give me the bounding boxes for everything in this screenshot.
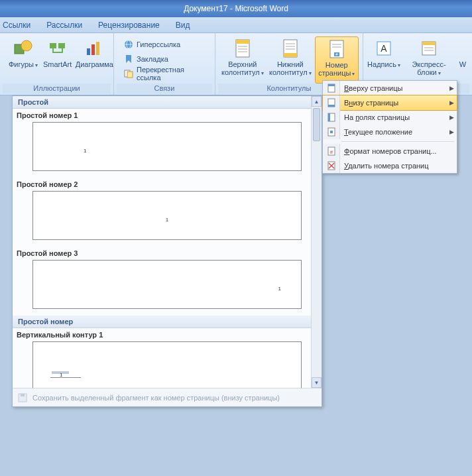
menu-bottom-of-page[interactable]: Внизу страницы ▶ (322, 95, 457, 111)
group-links-label: Связи (117, 84, 212, 93)
hyperlink-button[interactable]: Гиперссылка (121, 38, 211, 51)
shapes-icon (13, 38, 34, 59)
group-links: Гиперссылка Закладка Перекрестная ссылка… (114, 33, 215, 95)
wordart-icon (452, 38, 472, 59)
submenu-arrow-icon: ▶ (449, 99, 454, 106)
bookmark-icon (123, 54, 134, 64)
gallery-item-title: Простой номер 3 (13, 247, 322, 259)
group-illustrations-label: Иллюстрации (3, 84, 111, 93)
svg-rect-38 (328, 113, 330, 121)
svg-rect-2 (50, 43, 56, 48)
pagenumber-icon: # (326, 38, 347, 60)
svg-text:#: # (329, 149, 333, 155)
menu-top-of-page[interactable]: Вверху страницы ▶ (323, 81, 457, 95)
gallery-item-title: Простой номер 2 (13, 178, 322, 190)
menu-current-position[interactable]: Текущее положение ▶ (323, 125, 457, 139)
footer-icon (280, 38, 301, 59)
shapes-label: Фигуры (8, 60, 38, 70)
smartart-label: SmartArt (42, 60, 72, 68)
tab-references[interactable]: Ссылки (3, 21, 30, 30)
window-title: Документ17 - Microsoft Word (184, 4, 288, 13)
submenu-arrow-icon: ▶ (449, 85, 454, 91)
chart-label: Диаграмма (75, 60, 114, 68)
format-icon: # (323, 144, 340, 158)
gallery-item-title: Простой номер 1 (13, 109, 322, 121)
menu-format-numbers[interactable]: # Формат номеров страниц... (323, 144, 457, 158)
pagenumber-button[interactable]: # Номер страницы (315, 36, 359, 84)
header-icon (232, 38, 253, 59)
crossref-button[interactable]: Перекрестная ссылка (121, 67, 211, 80)
bookmark-button[interactable]: Закладка (121, 52, 211, 66)
svg-rect-47 (21, 394, 25, 396)
crossref-icon (123, 68, 134, 79)
hyperlink-icon (123, 39, 134, 50)
scroll-down-icon[interactable]: ▼ (312, 377, 322, 388)
svg-rect-40 (330, 131, 333, 133)
gallery-item-4[interactable]: 1 (32, 341, 302, 388)
wordart-label: W (459, 60, 467, 68)
chart-button[interactable]: Диаграмма (76, 36, 112, 84)
header-button[interactable]: Верхний колонтитул (219, 36, 266, 84)
svg-rect-30 (422, 42, 436, 45)
tab-view[interactable]: Вид (176, 21, 190, 30)
gallery-footer-label: Сохранить выделенный фрагмент как номер … (32, 394, 280, 402)
titlebar: Документ17 - Microsoft Word (0, 0, 472, 17)
footer-button[interactable]: Нижний колонтитул (267, 36, 314, 84)
scroll-thumb[interactable] (313, 108, 320, 141)
svg-rect-11 (127, 72, 133, 78)
pagenumber-gallery: Простой Простой номер 1 1 Простой номер … (12, 95, 322, 407)
shapes-button[interactable]: Фигуры (8, 36, 38, 84)
textbox-button[interactable]: A Надпись (367, 36, 400, 84)
svg-text:A: A (381, 43, 387, 54)
page-bottom-icon (323, 95, 340, 110)
smartart-button[interactable]: SmartArt (42, 36, 72, 84)
svg-rect-18 (284, 53, 297, 57)
gallery-item-1[interactable]: 1 (32, 122, 302, 171)
submenu-arrow-icon: ▶ (449, 114, 454, 121)
quickparts-label: Экспресс-блоки (402, 60, 456, 78)
gallery-item-title: Вертикальный контур 1 (13, 328, 322, 340)
header-label: Верхний колонтитул (219, 60, 266, 78)
svg-rect-34 (328, 84, 335, 86)
tab-review[interactable]: Рецензирование (98, 21, 160, 30)
submenu-arrow-icon: ▶ (449, 129, 454, 135)
quickparts-button[interactable]: Экспресс-блоки (402, 36, 456, 84)
gallery-item-2[interactable]: 1 (32, 191, 302, 240)
gallery-header-simple2: Простой номер (13, 316, 322, 328)
textbox-label: Надпись (367, 60, 401, 70)
footer-label: Нижний колонтитул (267, 60, 314, 78)
bookmark-label: Закладка (137, 55, 168, 63)
page-top-icon (323, 81, 340, 95)
pagenumber-label: Номер страницы (316, 61, 358, 78)
textbox-icon: A (373, 38, 394, 59)
svg-rect-3 (58, 43, 65, 48)
svg-point-1 (21, 40, 32, 51)
svg-rect-4 (87, 48, 90, 55)
pagenumber-menu: Вверху страницы ▶ Внизу страницы ▶ На по… (322, 80, 457, 174)
tab-mailings[interactable]: Рассылки (46, 21, 82, 30)
svg-rect-6 (96, 42, 99, 55)
scroll-up-icon[interactable]: ▲ (312, 96, 322, 107)
svg-rect-36 (328, 105, 335, 107)
svg-rect-13 (236, 40, 249, 44)
gallery-header-simple: Простой (13, 96, 322, 109)
page-current-icon (323, 125, 340, 139)
quickparts-icon (418, 38, 440, 59)
menu-page-margins[interactable]: На полях страницы ▶ (323, 110, 457, 125)
group-illustrations: Фигуры SmartArt Диаграмма Иллюстрации (0, 33, 114, 95)
gallery-scrollbar[interactable]: ▲ ▼ (311, 96, 322, 388)
remove-icon (323, 158, 340, 173)
chart-icon (84, 38, 105, 59)
menu-remove-numbers[interactable]: Удалить номера страниц (323, 158, 457, 173)
crossref-label: Перекрестная ссылка (137, 66, 208, 82)
wordart-button[interactable]: W (457, 36, 468, 84)
menu-separator (341, 141, 454, 142)
page-margins-icon (323, 110, 340, 125)
svg-rect-5 (91, 44, 95, 55)
save-selection-icon (17, 392, 29, 404)
hyperlink-label: Гиперссылка (137, 40, 180, 48)
gallery-item-3[interactable]: 1 (32, 260, 302, 309)
ribbon-tabs: Ссылки Рассылки Рецензирование Вид (0, 17, 472, 33)
smartart-icon (47, 38, 68, 59)
gallery-footer[interactable]: Сохранить выделенный фрагмент как номер … (13, 388, 322, 406)
